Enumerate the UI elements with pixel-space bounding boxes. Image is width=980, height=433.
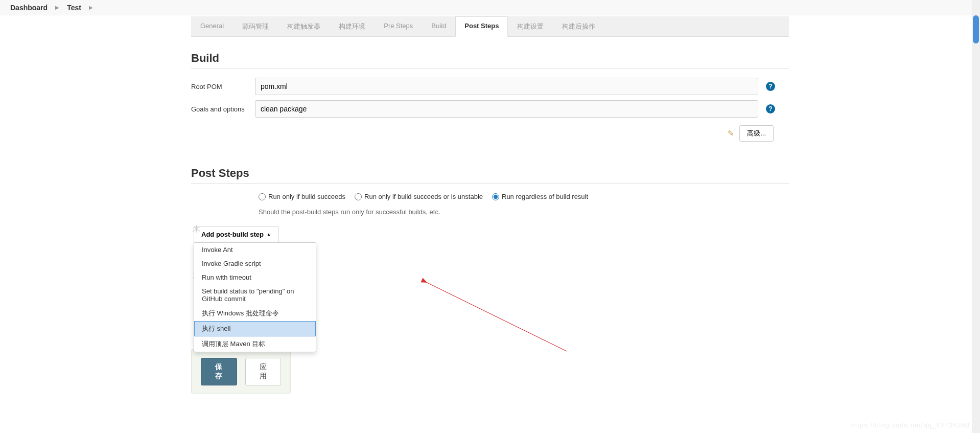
tab-general[interactable]: General bbox=[191, 16, 233, 36]
menu-invoke-ant[interactable]: Invoke Ant bbox=[194, 243, 316, 257]
breadcrumb-test[interactable]: Test bbox=[67, 4, 81, 12]
chevron-right-icon: ▶ bbox=[89, 5, 93, 10]
radio-succeeds-label: Run only if build succeeds bbox=[268, 193, 345, 200]
menu-run-timeout[interactable]: Run with timeout bbox=[194, 270, 316, 284]
add-post-build-step-menu: Invoke Ant Invoke Gradle script Run with… bbox=[194, 242, 316, 352]
menu-maven-top[interactable]: 调用顶层 Maven 目标 bbox=[194, 336, 316, 352]
chevron-right-icon: ▶ bbox=[55, 5, 59, 10]
tab-post-build-actions[interactable]: 构建后操作 bbox=[553, 16, 604, 36]
tab-build-settings[interactable]: 构建设置 bbox=[508, 16, 553, 36]
radio-unstable-input[interactable] bbox=[355, 193, 362, 200]
add-post-build-step-label: Add post-build step bbox=[201, 231, 264, 238]
radio-unstable-label: Run only if build succeeds or is unstabl… bbox=[364, 193, 483, 200]
root-pom-label: Root POM bbox=[191, 83, 255, 90]
watermark: https://blog.csdn.net/qq_42735350 bbox=[851, 421, 970, 429]
caret-up-icon: ▲ bbox=[267, 232, 271, 237]
advanced-button[interactable]: 高级... bbox=[739, 125, 774, 142]
radio-succeeds[interactable]: Run only if build succeeds bbox=[259, 193, 345, 200]
add-post-build-step-container: Add post-build step ▲ Invoke Ant Invoke … bbox=[194, 226, 278, 243]
radio-succeeds-input[interactable] bbox=[259, 193, 266, 200]
tab-pre-steps[interactable]: Pre Steps bbox=[375, 16, 422, 36]
radio-unstable[interactable]: Run only if build succeeds or is unstabl… bbox=[355, 193, 483, 200]
tab-triggers[interactable]: 构建触发器 bbox=[278, 16, 330, 36]
help-icon[interactable]: ? bbox=[766, 82, 775, 91]
add-post-build-step-button[interactable]: Add post-build step ▲ bbox=[194, 226, 278, 243]
breadcrumb-dashboard[interactable]: Dashboard bbox=[10, 4, 48, 12]
apply-button[interactable]: 应用 bbox=[245, 358, 282, 385]
scrollbar-track[interactable] bbox=[972, 0, 980, 433]
post-steps-help-text: Should the post-build steps run only for… bbox=[259, 208, 789, 216]
tab-scm[interactable]: 源码管理 bbox=[233, 16, 278, 36]
post-steps-section-title: Post Steps bbox=[191, 167, 789, 184]
tab-build-env[interactable]: 构建环境 bbox=[330, 16, 375, 36]
save-button[interactable]: 保存 bbox=[201, 358, 237, 385]
scrollbar-thumb[interactable] bbox=[973, 15, 979, 43]
tab-post-steps[interactable]: Post Steps bbox=[455, 16, 508, 37]
radio-regardless-input[interactable] bbox=[492, 193, 499, 200]
radio-regardless-label: Run regardless of build result bbox=[502, 193, 588, 200]
tab-build[interactable]: Build bbox=[422, 16, 455, 36]
edit-icon: ✎ bbox=[726, 129, 735, 138]
root-pom-input[interactable] bbox=[255, 78, 758, 95]
menu-github-pending[interactable]: Set build status to "pending" on GitHub … bbox=[194, 284, 316, 306]
radio-regardless[interactable]: Run regardless of build result bbox=[492, 193, 588, 200]
goals-input[interactable] bbox=[255, 100, 758, 118]
footer-actions: 保存 应用 bbox=[191, 349, 291, 394]
section-stub: 木 bbox=[193, 224, 200, 234]
goals-label: Goals and options bbox=[191, 105, 255, 113]
build-section-title: Build bbox=[191, 52, 789, 69]
menu-execute-shell[interactable]: 执行 shell bbox=[194, 321, 316, 336]
breadcrumb: Dashboard ▶ Test ▶ bbox=[0, 0, 980, 15]
menu-invoke-gradle[interactable]: Invoke Gradle script bbox=[194, 257, 316, 270]
menu-windows-batch[interactable]: 执行 Windows 批处理命令 bbox=[194, 306, 316, 321]
config-tabs: General 源码管理 构建触发器 构建环境 Pre Steps Build … bbox=[191, 16, 789, 37]
help-icon[interactable]: ? bbox=[766, 104, 775, 113]
post-steps-radio-group: Run only if build succeeds Run only if b… bbox=[259, 193, 789, 200]
